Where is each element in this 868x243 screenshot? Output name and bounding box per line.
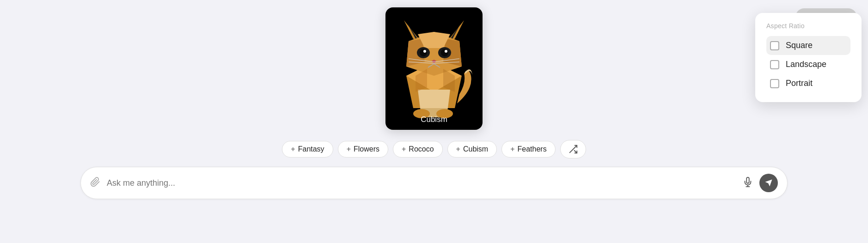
popup-option-portrait[interactable]: Portrait [766, 74, 850, 93]
chat-input[interactable] [107, 178, 736, 188]
shuffle-button[interactable] [560, 140, 586, 158]
chip-fantasy[interactable]: + Fantasy [282, 141, 333, 158]
cat-card: Cubism [385, 7, 483, 130]
chip-cubism[interactable]: + Cubism [447, 141, 497, 158]
portrait-checkbox[interactable] [770, 79, 779, 88]
plus-icon-fantasy: + [291, 145, 295, 153]
chip-cubism-label: Cubism [463, 145, 488, 153]
shuffle-icon [568, 144, 578, 154]
chip-feathers[interactable]: + Feathers [501, 141, 555, 158]
portrait-label: Portrait [786, 79, 813, 88]
plus-icon-flowers: + [347, 145, 351, 153]
popup-option-square[interactable]: Square [766, 36, 850, 55]
popup-title: Aspect Ratio [766, 22, 850, 30]
landscape-label: Landscape [786, 60, 826, 69]
chip-fantasy-label: Fantasy [298, 145, 324, 153]
input-bar [80, 167, 788, 199]
chip-feathers-label: Feathers [518, 145, 547, 153]
svg-marker-23 [418, 90, 450, 108]
chip-flowers-label: Flowers [354, 145, 379, 153]
svg-point-15 [445, 50, 447, 53]
mic-icon[interactable] [743, 177, 753, 189]
svg-point-12 [423, 50, 426, 53]
popup-option-landscape[interactable]: Landscape [766, 55, 850, 74]
aspect-ratio-popup: Aspect Ratio Square Landscape Portrait [755, 13, 862, 102]
cat-image [385, 7, 483, 130]
plus-icon-cubism: + [456, 145, 460, 153]
square-checkbox[interactable] [770, 41, 779, 50]
plus-icon-rococo: + [402, 145, 406, 153]
svg-point-14 [441, 49, 448, 56]
square-label: Square [786, 41, 813, 50]
send-button[interactable] [759, 174, 778, 192]
main-container: Cubism + Fantasy + Flowers + Rococo + Cu… [0, 0, 868, 243]
attach-icon[interactable] [90, 177, 100, 189]
landscape-checkbox[interactable] [770, 60, 779, 69]
svg-point-11 [420, 49, 427, 56]
plus-icon-feathers: + [510, 145, 514, 153]
chip-rococo[interactable]: + Rococo [393, 141, 443, 158]
chip-flowers[interactable]: + Flowers [338, 141, 388, 158]
card-label: Cubism [385, 115, 483, 130]
chips-row: + Fantasy + Flowers + Rococo + Cubism + … [282, 140, 586, 158]
chip-rococo-label: Rococo [409, 145, 434, 153]
send-icon [764, 179, 773, 187]
